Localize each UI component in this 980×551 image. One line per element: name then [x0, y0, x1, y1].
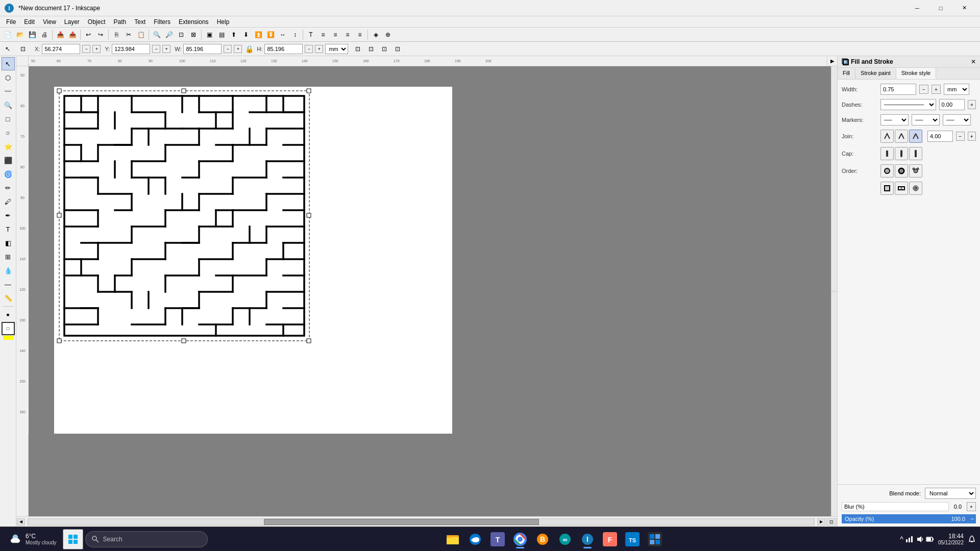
x-minus[interactable]: −	[82, 45, 90, 53]
join-value-input[interactable]	[927, 131, 953, 142]
notification-icon[interactable]	[968, 535, 976, 543]
zoom-fit-button[interactable]: ⊡	[176, 29, 187, 40]
y-minus[interactable]: −	[152, 45, 160, 53]
taskbar-search[interactable]: Search	[85, 531, 208, 547]
transform-tool-in-bar[interactable]: ⊡	[17, 43, 29, 55]
w-input[interactable]	[183, 44, 222, 54]
expand-panel-btn[interactable]: ▶	[827, 56, 837, 66]
taskbar-app-5[interactable]: B	[532, 529, 553, 549]
chevron-up-icon[interactable]: ^	[900, 535, 903, 543]
marker-start-select[interactable]: ──	[880, 114, 909, 126]
menu-help[interactable]: Help	[213, 17, 234, 27]
tab-stroke-paint[interactable]: Stroke paint	[855, 68, 896, 79]
x-input[interactable]	[42, 44, 80, 54]
open-button[interactable]: 📂	[14, 29, 26, 40]
align-right-btn[interactable]: ≡	[342, 29, 353, 40]
zoom-out-button[interactable]: 🔎	[163, 29, 175, 40]
menu-view[interactable]: View	[39, 17, 60, 27]
maximize-button[interactable]: □	[929, 0, 952, 16]
select-tool[interactable]: ↖	[2, 57, 15, 70]
select-tool-in-bar[interactable]: ↖	[2, 43, 13, 55]
taskbar-edge[interactable]	[465, 529, 485, 549]
units-select[interactable]: mm px pt cm in	[325, 44, 348, 54]
weather-widget[interactable]: 6°C Mostly cloudy	[4, 532, 61, 546]
lower-bottom-button[interactable]: ⏬	[265, 29, 276, 40]
taskbar-ts[interactable]: TS	[622, 529, 643, 549]
join-miter-btn[interactable]	[880, 130, 894, 143]
order-fill-paint-btn[interactable]	[895, 164, 908, 178]
order-btn-5[interactable]	[895, 182, 908, 195]
dashes-value[interactable]	[939, 99, 965, 110]
battery-icon[interactable]	[926, 535, 934, 543]
h-plus[interactable]: +	[315, 45, 323, 53]
lower-button[interactable]: ⬇	[240, 29, 252, 40]
connector-tool[interactable]: —	[2, 278, 15, 291]
menu-file[interactable]: File	[2, 17, 20, 27]
start-button[interactable]	[63, 529, 83, 549]
flip-v-button[interactable]: ↕	[289, 29, 301, 40]
minimize-button[interactable]: ─	[905, 0, 929, 16]
resize-h-btn[interactable]: ⊡	[365, 43, 377, 55]
volume-icon[interactable]	[916, 535, 924, 543]
cap-round-btn[interactable]	[895, 147, 908, 160]
tab-stroke-style[interactable]: Stroke style	[896, 68, 936, 79]
close-button[interactable]: ✕	[952, 0, 976, 16]
width-minus[interactable]: −	[919, 85, 928, 94]
pen-tool[interactable]: 🖊	[2, 195, 15, 208]
copy-button[interactable]: ⎘	[111, 29, 122, 40]
circle-tool[interactable]: ○	[2, 126, 15, 139]
h-input[interactable]	[264, 44, 303, 54]
y-plus[interactable]: +	[162, 45, 170, 53]
menu-layer[interactable]: Layer	[60, 17, 84, 27]
menu-path[interactable]: Path	[110, 17, 131, 27]
x-plus[interactable]: +	[92, 45, 101, 53]
join-round-btn[interactable]	[895, 130, 908, 143]
snap-btn[interactable]: ⊕	[382, 29, 394, 40]
resize-page-btn[interactable]: ⊡	[392, 43, 403, 55]
menu-edit[interactable]: Edit	[20, 17, 39, 27]
align-center-btn[interactable]: ≡	[330, 29, 341, 40]
panel-resize-handle[interactable]: ⋮	[831, 66, 837, 516]
width-input[interactable]	[880, 84, 916, 95]
opacity-minus[interactable]: −	[968, 514, 976, 523]
taskbar-inkscape[interactable]: I	[577, 529, 598, 549]
network-icon[interactable]	[905, 535, 914, 543]
scroll-left-btn[interactable]: ◀	[17, 518, 25, 525]
save-button[interactable]: 💾	[27, 29, 38, 40]
taskbar-teams[interactable]: T	[487, 529, 508, 549]
dashes-plus[interactable]: +	[968, 100, 976, 109]
gradient-tool[interactable]: ◧	[2, 236, 15, 249]
taskbar-arduino[interactable]: ∞	[555, 529, 575, 549]
cap-square-btn[interactable]	[909, 147, 922, 160]
join-bevel-btn[interactable]	[909, 130, 922, 143]
fill-color-btn[interactable]: ■	[2, 308, 15, 321]
order-paint-fill-btn[interactable]	[880, 164, 894, 178]
tab-fill[interactable]: Fill	[838, 68, 855, 79]
zoom-tool[interactable]: 🔍	[2, 98, 15, 112]
taskbar-app-extra[interactable]	[645, 529, 665, 549]
join-plus[interactable]: +	[968, 132, 976, 141]
zoom-selection-button[interactable]: ⊠	[188, 29, 199, 40]
cap-butt-btn[interactable]	[880, 147, 894, 160]
taskbar-file-explorer[interactable]	[443, 529, 463, 549]
order-btn-6[interactable]	[909, 182, 922, 195]
menu-extensions[interactable]: Extensions	[175, 17, 213, 27]
taskbar-clock[interactable]: 18:44 05/12/2022	[938, 533, 964, 545]
text-tool[interactable]: T	[2, 222, 15, 236]
undo-button[interactable]: ↩	[83, 29, 94, 40]
resize-lock-btn[interactable]: ⊡	[352, 43, 363, 55]
resize-v-btn[interactable]: ⊡	[379, 43, 390, 55]
panel-close-btn[interactable]: ✕	[971, 58, 976, 65]
flip-h-button[interactable]: ↔	[277, 29, 288, 40]
cut-button[interactable]: ✂	[123, 29, 134, 40]
order-markers-btn[interactable]	[909, 164, 922, 178]
align-justify-btn[interactable]: ≡	[354, 29, 365, 40]
measure-tool[interactable]: 📏	[2, 291, 15, 305]
calligraphy-tool[interactable]: ✒	[2, 209, 15, 222]
marker-mid-select[interactable]: ──	[912, 114, 940, 126]
y-input[interactable]	[112, 44, 150, 54]
print-button[interactable]: 🖨	[39, 29, 50, 40]
text-tool-btn[interactable]: T	[305, 29, 316, 40]
color-swatch-1[interactable]	[3, 336, 13, 340]
pencil-tool[interactable]: ✏	[2, 181, 15, 194]
